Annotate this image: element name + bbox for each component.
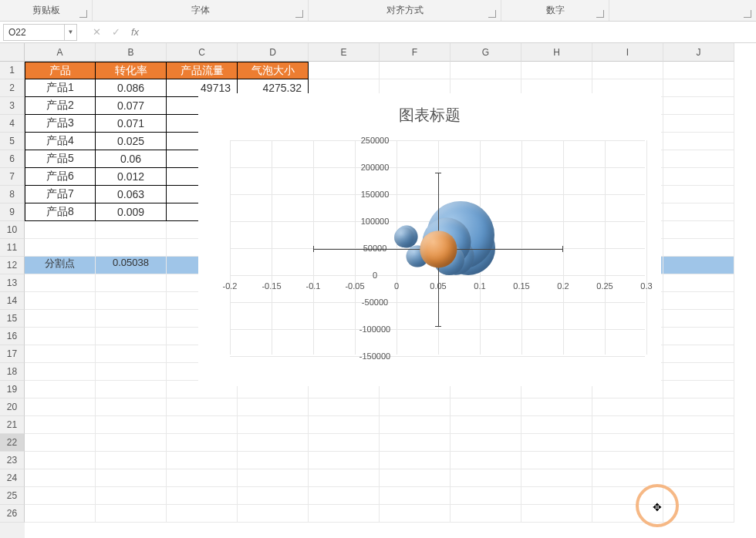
cell-F23[interactable]: [380, 452, 451, 469]
cell-E26[interactable]: [309, 505, 380, 523]
cell-A17[interactable]: [25, 345, 96, 363]
cell-B24[interactable]: [96, 469, 167, 487]
formula-bar[interactable]: [145, 24, 753, 41]
row-header-23[interactable]: 23: [0, 452, 25, 469]
cell-G1[interactable]: [451, 62, 521, 79]
cell-J22[interactable]: [663, 434, 734, 452]
cell-C24[interactable]: [167, 469, 238, 487]
ribbon-group-number[interactable]: 数字: [501, 0, 609, 21]
cell-B2[interactable]: 0.086: [96, 79, 167, 97]
row-header-15[interactable]: 15: [0, 310, 25, 328]
cell-A9[interactable]: 产品8: [25, 203, 96, 221]
bubble-point[interactable]: [420, 231, 457, 267]
cell-E25[interactable]: [309, 487, 380, 505]
cell-B25[interactable]: [96, 487, 167, 505]
cell-C1[interactable]: 产品流量: [167, 62, 238, 79]
cell-A12[interactable]: 分割点: [25, 257, 96, 274]
cell-J11[interactable]: [663, 239, 734, 257]
cell-D20[interactable]: [238, 398, 309, 416]
cell-A26[interactable]: [25, 505, 96, 523]
row-header-12[interactable]: 12: [0, 257, 25, 274]
row-header-19[interactable]: 19: [0, 381, 25, 398]
row-header-13[interactable]: 13: [0, 274, 25, 292]
cell-B10[interactable]: [96, 221, 167, 239]
cell-B8[interactable]: 0.063: [96, 186, 167, 203]
cell-H25[interactable]: [521, 487, 592, 505]
row-header-3[interactable]: 3: [0, 97, 25, 115]
cell-B12[interactable]: 0.05038: [96, 257, 167, 274]
cell-A5[interactable]: 产品4: [25, 133, 96, 150]
row-header-24[interactable]: 24: [0, 469, 25, 487]
cell-J1[interactable]: [663, 62, 734, 79]
row-header-2[interactable]: 2: [0, 79, 25, 97]
column-header-E[interactable]: E: [309, 43, 380, 62]
cell-B19[interactable]: [96, 381, 167, 398]
cell-J9[interactable]: [663, 203, 734, 221]
cell-F25[interactable]: [380, 487, 451, 505]
cell-C25[interactable]: [167, 487, 238, 505]
row-header-21[interactable]: 21: [0, 416, 25, 434]
cell-B21[interactable]: [96, 416, 167, 434]
name-box-dropdown[interactable]: ▼: [65, 24, 77, 41]
cell-D25[interactable]: [238, 487, 309, 505]
column-header-F[interactable]: F: [380, 43, 451, 62]
cell-A4[interactable]: 产品3: [25, 115, 96, 133]
cell-I20[interactable]: [592, 398, 663, 416]
cell-B15[interactable]: [96, 310, 167, 328]
cell-A25[interactable]: [25, 487, 96, 505]
cell-B11[interactable]: [96, 239, 167, 257]
column-header-I[interactable]: I: [592, 43, 663, 62]
cell-A18[interactable]: [25, 363, 96, 381]
enter-icon[interactable]: ✓: [112, 26, 120, 38]
row-header-17[interactable]: 17: [0, 345, 25, 363]
cell-B9[interactable]: 0.009: [96, 203, 167, 221]
cell-A6[interactable]: 产品5: [25, 150, 96, 168]
cell-B26[interactable]: [96, 505, 167, 523]
cell-B14[interactable]: [96, 292, 167, 310]
cell-J3[interactable]: [663, 97, 734, 115]
cell-H23[interactable]: [521, 452, 592, 469]
column-header-J[interactable]: J: [663, 43, 734, 62]
cell-D24[interactable]: [238, 469, 309, 487]
cell-B3[interactable]: 0.077: [96, 97, 167, 115]
cell-A10[interactable]: [25, 221, 96, 239]
cell-A11[interactable]: [25, 239, 96, 257]
cell-A22[interactable]: [25, 434, 96, 452]
cell-D22[interactable]: [238, 434, 309, 452]
cell-A7[interactable]: 产品6: [25, 168, 96, 186]
plot-area[interactable]: -150000-100000-5000005000010000015000020…: [230, 140, 645, 355]
cell-F21[interactable]: [380, 416, 451, 434]
column-header-C[interactable]: C: [167, 43, 238, 62]
cell-A2[interactable]: 产品1: [25, 79, 96, 97]
row-header-10[interactable]: 10: [0, 221, 25, 239]
cell-E1[interactable]: [309, 62, 380, 79]
cell-H26[interactable]: [521, 505, 592, 523]
cell-H20[interactable]: [521, 398, 592, 416]
column-header-D[interactable]: D: [238, 43, 309, 62]
column-header-A[interactable]: A: [25, 43, 96, 62]
row-header-4[interactable]: 4: [0, 115, 25, 133]
cell-A19[interactable]: [25, 381, 96, 398]
cell-D26[interactable]: [238, 505, 309, 523]
cell-A14[interactable]: [25, 292, 96, 310]
bubble-point[interactable]: [394, 227, 414, 247]
name-box[interactable]: O22: [3, 24, 65, 41]
cell-C21[interactable]: [167, 416, 238, 434]
ribbon-group-font[interactable]: 字体: [93, 0, 309, 21]
cell-I23[interactable]: [592, 452, 663, 469]
cell-D21[interactable]: [238, 416, 309, 434]
cell-E23[interactable]: [309, 452, 380, 469]
cell-J13[interactable]: [663, 274, 734, 292]
row-header-5[interactable]: 5: [0, 133, 25, 150]
cell-B22[interactable]: [96, 434, 167, 452]
cell-E21[interactable]: [309, 416, 380, 434]
cell-A3[interactable]: 产品2: [25, 97, 96, 115]
cell-A16[interactable]: [25, 328, 96, 345]
cell-G24[interactable]: [451, 469, 521, 487]
cell-B1[interactable]: 转化率: [96, 62, 167, 79]
cell-A13[interactable]: [25, 274, 96, 292]
column-header-H[interactable]: H: [521, 43, 592, 62]
row-header-8[interactable]: 8: [0, 186, 25, 203]
cell-B20[interactable]: [96, 398, 167, 416]
cell-B13[interactable]: [96, 274, 167, 292]
